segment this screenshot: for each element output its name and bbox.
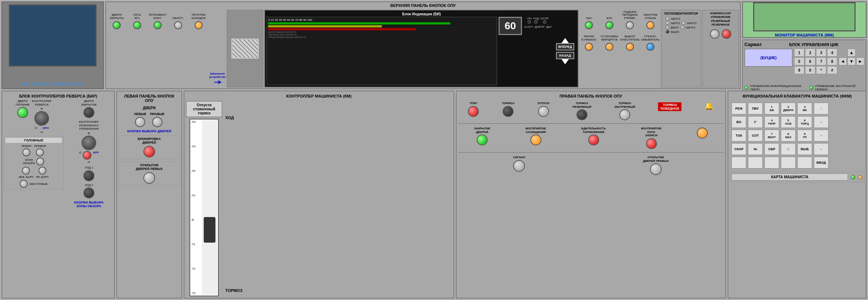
rp-extra-btn[interactable]	[697, 128, 708, 138]
fkm-1bv[interactable]: 1БВ	[764, 102, 779, 115]
hvostovye-btn[interactable]	[20, 180, 28, 188]
fkm-3mk[interactable]: 3МК	[797, 102, 812, 115]
pr-bort-btn[interactable]	[38, 167, 46, 175]
blokirovka-btn[interactable]	[143, 146, 155, 157]
fkm-right-arrow[interactable]: →	[813, 129, 829, 142]
hod2-btn[interactable]	[83, 187, 94, 198]
fkm-9tp[interactable]: 9ТП	[797, 129, 812, 142]
numpad-3[interactable]: 3	[816, 49, 826, 57]
fkm-sbr[interactable]: СБР	[764, 143, 779, 155]
fkm-8bbz[interactable]: 8ББЗ	[781, 129, 796, 142]
km-lever-visual[interactable]	[202, 120, 217, 295]
kompressor-btn-gray[interactable]	[710, 29, 719, 39]
numpad-6[interactable]: 6	[805, 57, 815, 65]
nav-right-btn2[interactable]: ►	[856, 57, 864, 65]
fkm-6torc[interactable]: 6ТОРЦ	[797, 116, 812, 128]
teplov-nagr4-light[interactable]	[681, 26, 684, 29]
rp-tormoz-ekstr-btn[interactable]	[619, 109, 630, 120]
otkritie-btn[interactable]	[143, 172, 155, 184]
bkr-dveri-zakritie-btn[interactable]	[83, 107, 94, 118]
lev-bort-btn[interactable]	[22, 167, 30, 175]
rp-tormoz-btn[interactable]	[503, 106, 514, 117]
bkr-dveri-pitanie-btn[interactable]	[17, 107, 28, 118]
zona-obzora-btn[interactable]	[36, 157, 44, 166]
light-ustanovka[interactable]	[605, 43, 613, 51]
numpad-7[interactable]: 7	[816, 57, 826, 65]
kontroller-reversa-knob[interactable]	[34, 111, 49, 126]
rp-tpit-btn[interactable]	[468, 106, 479, 117]
pravaya-btn[interactable]	[36, 148, 44, 156]
fkm-5osv[interactable]: 5ОСВ	[781, 116, 796, 128]
teplov-vent-light[interactable]	[666, 26, 669, 29]
kompressor-btn-red[interactable]	[722, 29, 731, 39]
numpad-5[interactable]: 5	[794, 57, 804, 65]
rp-tormoz-rezerv-btn[interactable]	[576, 109, 587, 120]
vpered-button[interactable]: ВПЕРЕД	[556, 43, 574, 50]
numpad-9[interactable]: 9	[794, 66, 804, 74]
fkm-7vent[interactable]: 7ВЕНТ	[764, 129, 779, 142]
fkm-pvu[interactable]: ПВУ	[748, 102, 763, 115]
nav-left-btn2[interactable]: ◄	[839, 57, 847, 65]
light-podyom[interactable]	[626, 21, 634, 29]
numpad-1[interactable]: 1	[794, 49, 804, 57]
fkm-down-arrow[interactable]: ↓	[813, 116, 829, 128]
teplov-vykl-light[interactable]	[666, 30, 669, 34]
fkm-sot[interactable]: СОТ	[748, 129, 763, 142]
rp-otkritie-prav-btn[interactable]	[650, 163, 662, 175]
light-obogrev[interactable]	[646, 21, 654, 29]
fkm-empty-2[interactable]	[748, 156, 763, 169]
fkm-vvod[interactable]: ВВОД	[813, 156, 829, 169]
fkm-empty-5[interactable]	[797, 156, 812, 169]
kontroller-rezerv-knob[interactable]	[82, 136, 96, 150]
light-dveri-zakrity[interactable]	[113, 21, 121, 29]
nav-up-btn2[interactable]: ▲	[848, 49, 856, 57]
numpad-0[interactable]: 0	[805, 66, 815, 74]
numpad-2[interactable]: 2	[805, 49, 815, 57]
light-steklo[interactable]	[646, 43, 654, 51]
pravye-btn[interactable]	[152, 117, 162, 127]
nav-down-btn2[interactable]: ▼	[848, 57, 856, 65]
fkm-4tkpr[interactable]: 4ТКПР	[764, 116, 779, 128]
nazad-arrow-icon	[561, 59, 569, 64]
fkm-rezh[interactable]: РЕЖ	[731, 102, 747, 115]
nazad-button[interactable]: НАЗАД	[556, 52, 574, 59]
fkm-empty-1[interactable]	[731, 156, 747, 169]
kpp-btn[interactable]	[83, 151, 91, 160]
teplov-nagr1-light[interactable]	[666, 21, 669, 25]
teplov-nagr3-light[interactable]	[682, 21, 685, 25]
light-progrev[interactable]	[195, 21, 203, 29]
levaya-btn[interactable]	[22, 148, 30, 156]
fkm-2dveri[interactable]: 2ДВЕРИ	[781, 102, 796, 115]
light-set-ags[interactable]	[133, 21, 141, 29]
fkm-vo[interactable]: ВО	[731, 116, 747, 128]
numpad-8[interactable]: 8	[827, 57, 837, 65]
fkm-num[interactable]: №	[748, 143, 763, 155]
light-vybor[interactable]	[626, 43, 634, 51]
fkm-tok[interactable]: ТОК	[731, 129, 747, 142]
rp-signal-btn[interactable]	[513, 160, 525, 172]
fkm-up-arrow[interactable]: ↑	[813, 102, 829, 115]
light-liniya[interactable]	[585, 43, 593, 51]
levye-btn[interactable]	[135, 117, 145, 127]
rp-otpusk-btn[interactable]	[538, 106, 549, 117]
rp-zakritie-btn[interactable]	[477, 134, 488, 145]
fkm-skor[interactable]: СКОР	[731, 143, 747, 155]
teplov-nagr2-light[interactable]	[666, 17, 669, 20]
light-teplov-kont[interactable]	[154, 21, 162, 29]
fkm-empty-3[interactable]	[764, 156, 779, 169]
hod1-btn[interactable]	[83, 170, 94, 181]
numpad-hash[interactable]: #	[827, 66, 837, 74]
rp-bditelnost-btn[interactable]	[588, 134, 599, 145]
rp-vospriyatie-btn[interactable]	[530, 134, 541, 145]
fkm-empty-4[interactable]	[781, 156, 796, 169]
fkm-square[interactable]: □	[781, 143, 796, 155]
numpad-star[interactable]: *	[816, 66, 826, 74]
light-kah[interactable]	[585, 21, 593, 29]
numpad-4[interactable]: 4	[827, 49, 837, 57]
light-neispr[interactable]	[174, 21, 182, 29]
fkm-t[interactable]: t°	[748, 116, 763, 128]
light-als[interactable]	[605, 21, 613, 29]
fkm-vyb[interactable]: ВЫБ	[797, 143, 812, 155]
fkm-left-arrow[interactable]: ←	[813, 143, 829, 155]
rp-vospriyatie-pusk-btn[interactable]	[646, 138, 657, 149]
